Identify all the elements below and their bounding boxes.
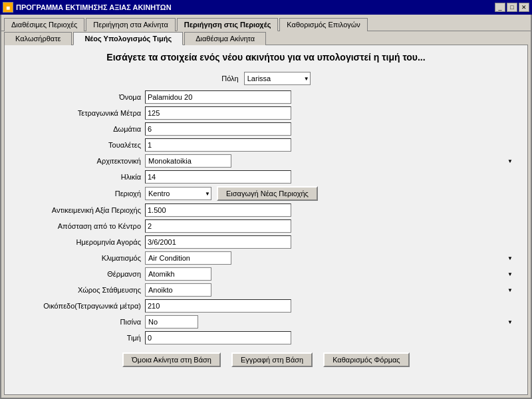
city-select[interactable]: Larissa Athens Thessaloniki bbox=[244, 72, 311, 85]
close-button[interactable]: ✕ bbox=[519, 3, 529, 12]
label-architektoniki: Αρχιτεκτονική bbox=[18, 157, 141, 165]
minimize-button[interactable]: _ bbox=[495, 3, 505, 12]
input-antikeimenikh[interactable] bbox=[145, 203, 291, 217]
content-area: Εισάγετε τα στοιχεία ενός νέου ακινήτου … bbox=[4, 45, 528, 395]
select-periochi[interactable]: Kentro Other bbox=[145, 187, 211, 200]
label-apostash: Απόσταση από το Κέντρο bbox=[18, 222, 141, 230]
select-pisina[interactable]: No Yes bbox=[145, 315, 198, 329]
city-label: Πόλη bbox=[221, 74, 238, 82]
input-onoma[interactable] bbox=[145, 90, 291, 104]
stathmeysis-wrapper: Anoikto Closed None ▼ bbox=[145, 283, 514, 297]
periochi-right: Kentro Other ▼ Εισαγωγή Νέας Περιοχής bbox=[145, 186, 514, 201]
klimatismos-arrow: ▼ bbox=[507, 255, 513, 261]
label-hmerominia: Ημερομηνία Αγοράς bbox=[18, 238, 141, 246]
label-klimatismos: Κλιματισμός bbox=[18, 254, 141, 262]
tab-diasesimes-perioches[interactable]: Διαθέσιμες Περιοχές bbox=[4, 18, 84, 31]
input-domata[interactable] bbox=[145, 122, 291, 136]
city-select-wrapper: Larissa Athens Thessaloniki ▼ bbox=[244, 72, 311, 85]
label-ilikia: Ηλικία bbox=[18, 173, 141, 181]
maximize-button[interactable]: □ bbox=[507, 3, 517, 12]
label-periochi: Περιοχή bbox=[18, 190, 141, 198]
label-pisina: Πισίνα bbox=[18, 318, 141, 326]
bottom-buttons: Όμοια Ακίνητα στη Βάση Εγγραφή στη Βάση … bbox=[18, 352, 514, 367]
stathmeysis-arrow: ▼ bbox=[507, 287, 513, 293]
input-hmerominia[interactable] bbox=[145, 235, 291, 249]
select-architektoniki[interactable]: Monokatoikia Apartment Villa bbox=[145, 154, 231, 168]
select-klimatismos[interactable]: Air Condition None bbox=[145, 251, 231, 265]
select-stathmeysis[interactable]: Anoikto Closed None bbox=[145, 283, 211, 297]
form-grid: Όνομα Τετραγωνικά Μέτρα Δωμάτια Τουαλέτε… bbox=[18, 90, 514, 344]
city-row: Πόλη Larissa Athens Thessaloniki ▼ bbox=[18, 72, 514, 85]
input-tetr-metra[interactable] bbox=[145, 106, 291, 120]
tab-kalosirthate[interactable]: Καλωσήρθατε bbox=[4, 32, 72, 45]
select-thermansi[interactable]: Atomikh Central bbox=[145, 267, 211, 281]
input-toualetes[interactable] bbox=[145, 138, 291, 152]
input-ilikia[interactable] bbox=[145, 170, 291, 184]
omoia-akinita-button[interactable]: Όμοια Ακίνητα στη Βάση bbox=[122, 352, 221, 367]
katharismos-formas-button[interactable]: Καθαρισμός Φόρμας bbox=[323, 352, 410, 367]
label-toualetes: Τουαλέτες bbox=[18, 141, 141, 149]
input-timi[interactable] bbox=[145, 331, 291, 344]
eggafi-vasi-button[interactable]: Εγγραφή στη Βάση bbox=[231, 352, 313, 367]
tab-periigisi-akinita[interactable]: Περιήγηση στα Ακίνητα bbox=[86, 18, 175, 31]
input-apostash[interactable] bbox=[145, 219, 291, 233]
thermansi-wrapper: Atomikh Central ▼ bbox=[145, 267, 514, 281]
app-icon: ■ bbox=[3, 2, 13, 13]
new-periochi-button[interactable]: Εισαγωγή Νέας Περιοχής bbox=[217, 186, 318, 201]
pisina-arrow: ▼ bbox=[507, 319, 513, 325]
periochi-wrapper: Kentro Other ▼ bbox=[145, 187, 211, 200]
label-timi: Τιμή bbox=[18, 334, 141, 342]
label-antikeimenikh: Αντικειμενική Αξία Περιοχής bbox=[18, 206, 141, 214]
title-bar: ■ ΠΡΟΓΡΑΜΜΑ ΕΚΤΙΜΗΣΗΣ ΑΞΙΑΣ ΑΚΙΝΗΤΩΝ _ □… bbox=[0, 0, 532, 15]
label-oikopedo: Οικόπεδο(Τετραγωνικά μέτρα) bbox=[18, 302, 141, 310]
klimatismos-wrapper: Air Condition None ▼ bbox=[145, 251, 514, 265]
thermansi-arrow: ▼ bbox=[507, 271, 513, 277]
tab-periigisi-perioches[interactable]: Περιήγηση στις Περιοχές bbox=[177, 18, 279, 31]
second-tab-bar: Καλωσήρθατε Νέος Υπολογισμός Τιμής Διαθέ… bbox=[1, 31, 531, 45]
architektoniki-arrow: ▼ bbox=[507, 158, 513, 164]
tab-diasesima-akinita[interactable]: Διαθέσιμα Ακίνητα bbox=[184, 32, 266, 45]
architektoniki-wrapper: Monokatoikia Apartment Villa ▼ bbox=[145, 154, 514, 168]
tab-neos-ypologismos[interactable]: Νέος Υπολογισμός Τιμής bbox=[73, 32, 183, 45]
main-window: Διαθέσιμες Περιοχές Περιήγηση στα Ακίνητ… bbox=[0, 15, 532, 399]
input-oikopedo[interactable] bbox=[145, 299, 291, 313]
top-tab-bar: Διαθέσιμες Περιοχές Περιήγηση στα Ακίνητ… bbox=[1, 15, 531, 31]
label-onoma: Όνομα bbox=[18, 93, 141, 101]
label-stathmeysis: Χώρος Στάθμευσης bbox=[18, 286, 141, 294]
pisina-wrapper: No Yes ▼ bbox=[145, 315, 514, 329]
tab-kathorismos-epilogon[interactable]: Καθορισμός Επιλογών bbox=[279, 18, 368, 31]
page-title: Εισάγετε τα στοιχεία ενός νέου ακινήτου … bbox=[18, 52, 514, 63]
label-domata: Δωμάτια bbox=[18, 125, 141, 133]
label-tetr-metra: Τετραγωνικά Μέτρα bbox=[18, 109, 141, 117]
app-title: ΠΡΟΓΡΑΜΜΑ ΕΚΤΙΜΗΣΗΣ ΑΞΙΑΣ ΑΚΙΝΗΤΩΝ bbox=[16, 3, 492, 11]
label-thermansi: Θέρμανση bbox=[18, 270, 141, 278]
window-controls: _ □ ✕ bbox=[495, 3, 529, 12]
